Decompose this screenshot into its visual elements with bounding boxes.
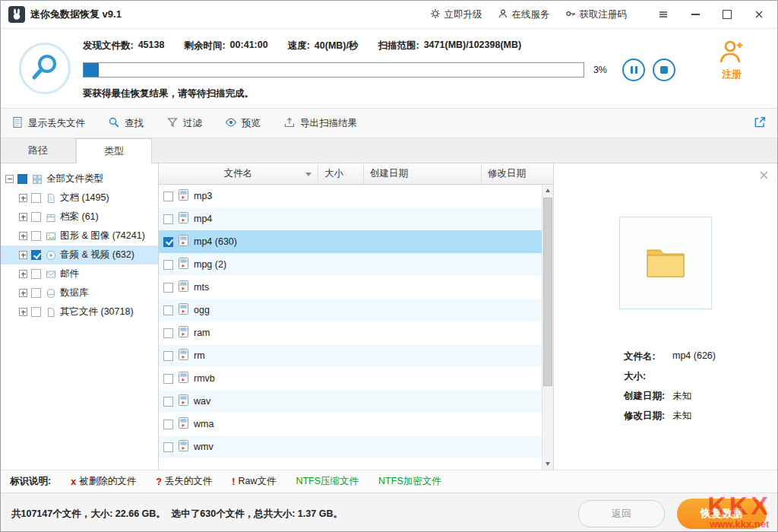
- row-checkbox[interactable]: [163, 192, 173, 201]
- recover-data-button[interactable]: 恢复数据: [677, 499, 767, 529]
- toolbar-share[interactable]: [753, 116, 767, 131]
- expand-icon[interactable]: [19, 213, 27, 221]
- row-checkbox[interactable]: [163, 351, 173, 361]
- tab-label: 路径: [28, 144, 48, 157]
- status-bar: 共107147个文件，大小: 22.66 GB。 选中了630个文件，总共大小:…: [1, 492, 777, 532]
- row-checkbox[interactable]: [163, 283, 173, 293]
- expand-icon[interactable]: [19, 251, 27, 259]
- expand-icon[interactable]: [19, 289, 27, 297]
- checkbox[interactable]: [31, 288, 41, 298]
- checkbox[interactable]: [31, 193, 41, 203]
- legend-label: NTFS压缩文件: [296, 475, 359, 488]
- scroll-down-icon[interactable]: [542, 458, 553, 470]
- root-checkbox[interactable]: [17, 174, 27, 184]
- checkbox[interactable]: [31, 307, 41, 317]
- tree-item-images[interactable]: 图形 & 图像 (74241): [1, 226, 158, 245]
- time-left-value: 00:41:00: [230, 40, 268, 52]
- scan-progress-bar: [83, 62, 584, 78]
- tree-item-documents[interactable]: 文档 (1495): [1, 188, 158, 207]
- scan-status-panel: 发现文件数:45138 剩余时间:00:41:00 速度:40(MB)/秒 扫描…: [1, 29, 777, 108]
- archive-icon: [45, 211, 56, 223]
- tab-path[interactable]: 路径: [1, 138, 76, 163]
- scroll-thumb[interactable]: [543, 198, 552, 386]
- legend-label: Raw文件: [238, 475, 276, 488]
- column-label: 修改日期: [488, 167, 526, 180]
- checkbox[interactable]: [31, 212, 41, 222]
- scan-stats: 发现文件数:45138 剩余时间:00:41:00 速度:40(MB)/秒 扫描…: [83, 40, 675, 52]
- stop-button[interactable]: [653, 59, 675, 81]
- key-icon: [565, 8, 576, 21]
- row-checkbox[interactable]: [163, 397, 173, 407]
- file-row[interactable]: wav: [159, 390, 542, 413]
- register-button[interactable]: 注册: [695, 40, 768, 81]
- scroll-track[interactable]: [542, 196, 553, 458]
- scroll-up-icon[interactable]: [542, 185, 553, 196]
- tab-type[interactable]: 类型: [76, 138, 152, 163]
- upgrade-link[interactable]: 立即升级: [430, 8, 482, 21]
- file-row[interactable]: mp3: [159, 185, 542, 207]
- file-row[interactable]: mts: [159, 276, 542, 299]
- menu-icon[interactable]: [653, 4, 674, 25]
- file-row[interactable]: rmvb: [159, 367, 542, 390]
- file-name: mp3: [194, 191, 212, 201]
- checkbox[interactable]: [31, 269, 41, 279]
- checkbox[interactable]: [31, 231, 41, 241]
- pause-button[interactable]: [622, 59, 645, 81]
- get-regcode-link[interactable]: 获取注册码: [565, 8, 628, 21]
- time-left-label: 剩余时间:: [184, 40, 225, 52]
- column-modified-date[interactable]: 修改日期: [482, 163, 542, 184]
- media-file-icon: [179, 326, 188, 340]
- row-checkbox[interactable]: [163, 374, 173, 384]
- file-row[interactable]: ogg: [159, 299, 542, 321]
- close-button[interactable]: [748, 4, 770, 25]
- maximize-button[interactable]: [716, 4, 738, 25]
- toolbar-preview[interactable]: 预览: [225, 116, 261, 131]
- titlebar: 迷你兔数据恢复 v9.1 立即升级 在线服务 获取注册码: [1, 1, 777, 29]
- online-service-link[interactable]: 在线服务: [498, 8, 550, 21]
- file-name: rm: [194, 350, 205, 361]
- file-row[interactable]: ram: [159, 321, 542, 344]
- column-filename[interactable]: 文件名: [159, 163, 318, 184]
- mail-icon: [45, 268, 56, 280]
- row-checkbox[interactable]: [163, 420, 173, 429]
- row-checkbox[interactable]: [163, 214, 173, 224]
- back-button[interactable]: 返回: [578, 500, 665, 527]
- toolbar-show-lost-files[interactable]: 显示丢失文件: [11, 116, 85, 131]
- row-checkbox[interactable]: [163, 328, 173, 338]
- tree-item-mail[interactable]: 邮件: [1, 264, 158, 283]
- column-size[interactable]: 大小: [318, 163, 364, 184]
- file-row-selected[interactable]: mp4 (630): [159, 230, 542, 253]
- row-checkbox[interactable]: [163, 306, 173, 315]
- scan-range-label: 扫描范围:: [378, 40, 419, 52]
- preview-close-icon[interactable]: [760, 171, 768, 179]
- file-row[interactable]: wmv: [159, 435, 542, 458]
- minimize-button[interactable]: [685, 4, 706, 25]
- register-label: 注册: [722, 68, 742, 81]
- expand-icon[interactable]: [19, 232, 27, 240]
- row-checkbox[interactable]: [163, 260, 173, 270]
- toolbar-export-results[interactable]: 导出扫描结果: [283, 116, 357, 131]
- checkbox[interactable]: [31, 250, 41, 260]
- tree-item-archives[interactable]: 档案 (61): [1, 207, 158, 226]
- file-row[interactable]: mp4: [159, 207, 542, 230]
- column-label: 大小: [324, 167, 343, 180]
- row-checkbox[interactable]: [163, 442, 173, 452]
- file-row[interactable]: wma: [159, 413, 542, 435]
- file-row[interactable]: rm: [159, 344, 542, 367]
- expand-icon[interactable]: [19, 308, 27, 316]
- toolbar-filter[interactable]: 过滤: [166, 116, 202, 131]
- expand-icon[interactable]: [19, 194, 27, 202]
- sort-arrow-icon[interactable]: [305, 173, 312, 176]
- tree-item-audio-video[interactable]: 音频 & 视频 (632): [1, 245, 158, 264]
- tree-item-database[interactable]: 数据库: [1, 283, 158, 302]
- file-row[interactable]: mpg (2): [159, 253, 542, 276]
- tree-root-all-types[interactable]: 全部文件类型: [1, 169, 158, 188]
- collapse-icon[interactable]: [5, 175, 14, 183]
- tree-item-label: 文档 (1495): [60, 192, 109, 204]
- expand-icon[interactable]: [19, 270, 27, 278]
- tree-item-other-files[interactable]: 其它文件 (30718): [1, 302, 158, 321]
- column-created-date[interactable]: 创建日期: [364, 163, 482, 184]
- filelist-scrollbar[interactable]: [542, 185, 553, 470]
- row-checkbox[interactable]: [163, 237, 173, 247]
- toolbar-find[interactable]: 查找: [108, 116, 144, 131]
